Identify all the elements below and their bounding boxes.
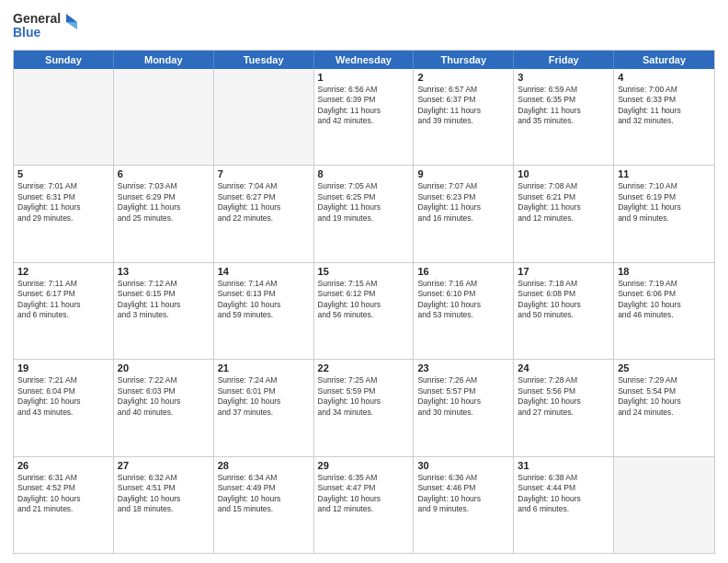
day-number: 12 [17, 266, 109, 277]
calendar-cell: 29Sunrise: 6:35 AM Sunset: 4:47 PM Dayli… [314, 457, 415, 553]
calendar-cell: 4Sunrise: 7:00 AM Sunset: 6:33 PM Daylig… [614, 69, 714, 165]
day-info: Sunrise: 6:32 AM Sunset: 4:51 PM Dayligh… [118, 473, 210, 515]
calendar-cell [114, 69, 214, 165]
day-info: Sunrise: 6:38 AM Sunset: 4:44 PM Dayligh… [518, 473, 609, 515]
day-info: Sunrise: 6:31 AM Sunset: 4:52 PM Dayligh… [17, 473, 109, 515]
day-number: 25 [618, 362, 711, 373]
calendar-cell: 21Sunrise: 7:24 AM Sunset: 6:01 PM Dayli… [214, 360, 314, 455]
day-number: 4 [618, 72, 711, 83]
calendar-cell: 25Sunrise: 7:29 AM Sunset: 5:54 PM Dayli… [614, 360, 714, 455]
calendar-cell: 13Sunrise: 7:12 AM Sunset: 6:15 PM Dayli… [114, 263, 214, 359]
day-info: Sunrise: 7:26 AM Sunset: 5:57 PM Dayligh… [417, 375, 509, 418]
day-info: Sunrise: 7:15 AM Sunset: 6:12 PM Dayligh… [318, 279, 410, 321]
day-info: Sunrise: 7:00 AM Sunset: 6:33 PM Dayligh… [618, 85, 711, 127]
day-info: Sunrise: 7:08 AM Sunset: 6:21 PM Dayligh… [518, 181, 609, 224]
day-header-thursday: Thursday [414, 51, 514, 69]
calendar-cell: 6Sunrise: 7:03 AM Sunset: 6:29 PM Daylig… [114, 166, 214, 261]
day-number: 11 [618, 168, 711, 179]
day-number: 26 [17, 460, 109, 471]
day-info: Sunrise: 6:36 AM Sunset: 4:46 PM Dayligh… [417, 473, 509, 515]
calendar-cell: 8Sunrise: 7:05 AM Sunset: 6:25 PM Daylig… [314, 166, 415, 261]
day-number: 6 [118, 168, 210, 179]
day-info: Sunrise: 6:35 AM Sunset: 4:47 PM Dayligh… [318, 473, 410, 515]
day-info: Sunrise: 6:59 AM Sunset: 6:35 PM Dayligh… [518, 85, 609, 127]
day-number: 14 [218, 266, 310, 277]
calendar-week-3: 12Sunrise: 7:11 AM Sunset: 6:17 PM Dayli… [14, 262, 714, 359]
day-info: Sunrise: 6:34 AM Sunset: 4:49 PM Dayligh… [218, 473, 310, 515]
calendar-week-1: 1Sunrise: 6:56 AM Sunset: 6:39 PM Daylig… [14, 69, 714, 165]
calendar-cell: 14Sunrise: 7:14 AM Sunset: 6:13 PM Dayli… [214, 263, 314, 359]
svg-marker-2 [66, 14, 77, 22]
calendar-cell: 20Sunrise: 7:22 AM Sunset: 6:03 PM Dayli… [114, 360, 214, 455]
calendar-cell: 18Sunrise: 7:19 AM Sunset: 6:06 PM Dayli… [614, 263, 714, 359]
calendar-header: SundayMondayTuesdayWednesdayThursdayFrid… [14, 51, 714, 69]
svg-marker-3 [66, 22, 77, 29]
calendar-cell: 16Sunrise: 7:16 AM Sunset: 6:10 PM Dayli… [414, 263, 514, 359]
day-header-monday: Monday [114, 51, 214, 69]
calendar-cell: 23Sunrise: 7:26 AM Sunset: 5:57 PM Dayli… [414, 360, 514, 455]
calendar: SundayMondayTuesdayWednesdayThursdayFrid… [13, 50, 715, 554]
day-info: Sunrise: 7:04 AM Sunset: 6:27 PM Dayligh… [218, 181, 310, 224]
calendar-cell: 5Sunrise: 7:01 AM Sunset: 6:31 PM Daylig… [14, 166, 114, 261]
day-info: Sunrise: 7:28 AM Sunset: 5:56 PM Dayligh… [518, 375, 609, 418]
calendar-cell [214, 69, 314, 165]
day-header-wednesday: Wednesday [314, 51, 415, 69]
day-number: 22 [318, 362, 410, 373]
day-number: 19 [17, 362, 109, 373]
day-info: Sunrise: 7:07 AM Sunset: 6:23 PM Dayligh… [417, 181, 509, 224]
page-container: GeneralBlue SundayMondayTuesdayWednesday… [0, 0, 728, 563]
day-number: 23 [417, 362, 509, 373]
calendar-cell: 2Sunrise: 6:57 AM Sunset: 6:37 PM Daylig… [414, 69, 514, 165]
svg-text:Blue: Blue [13, 25, 41, 40]
day-number: 24 [518, 362, 609, 373]
day-info: Sunrise: 6:56 AM Sunset: 6:39 PM Dayligh… [318, 85, 410, 127]
calendar-cell: 31Sunrise: 6:38 AM Sunset: 4:44 PM Dayli… [514, 457, 614, 553]
calendar-cell: 11Sunrise: 7:10 AM Sunset: 6:19 PM Dayli… [614, 166, 714, 261]
day-header-tuesday: Tuesday [214, 51, 314, 69]
calendar-cell [14, 69, 114, 165]
calendar-cell: 12Sunrise: 7:11 AM Sunset: 6:17 PM Dayli… [14, 263, 114, 359]
day-header-saturday: Saturday [614, 51, 714, 69]
day-number: 20 [118, 362, 210, 373]
day-number: 31 [518, 460, 609, 471]
day-number: 3 [518, 72, 609, 83]
day-info: Sunrise: 7:22 AM Sunset: 6:03 PM Dayligh… [118, 375, 210, 418]
day-number: 10 [518, 168, 609, 179]
calendar-week-2: 5Sunrise: 7:01 AM Sunset: 6:31 PM Daylig… [14, 165, 714, 261]
day-number: 18 [618, 266, 711, 277]
calendar-cell: 27Sunrise: 6:32 AM Sunset: 4:51 PM Dayli… [114, 457, 214, 553]
page-header: GeneralBlue [13, 9, 715, 42]
day-info: Sunrise: 7:11 AM Sunset: 6:17 PM Dayligh… [17, 279, 109, 321]
calendar-cell: 24Sunrise: 7:28 AM Sunset: 5:56 PM Dayli… [514, 360, 614, 455]
day-info: Sunrise: 7:03 AM Sunset: 6:29 PM Dayligh… [118, 181, 210, 224]
calendar-cell: 17Sunrise: 7:18 AM Sunset: 6:08 PM Dayli… [514, 263, 614, 359]
day-info: Sunrise: 7:16 AM Sunset: 6:10 PM Dayligh… [417, 279, 509, 321]
day-number: 2 [417, 72, 509, 83]
day-info: Sunrise: 7:19 AM Sunset: 6:06 PM Dayligh… [618, 279, 711, 321]
calendar-cell: 1Sunrise: 6:56 AM Sunset: 6:39 PM Daylig… [314, 69, 415, 165]
day-number: 30 [417, 460, 509, 471]
svg-text:General: General [13, 11, 61, 26]
logo-svg: GeneralBlue [13, 9, 86, 42]
calendar-week-5: 26Sunrise: 6:31 AM Sunset: 4:52 PM Dayli… [14, 456, 714, 553]
calendar-cell: 30Sunrise: 6:36 AM Sunset: 4:46 PM Dayli… [414, 457, 514, 553]
calendar-cell: 7Sunrise: 7:04 AM Sunset: 6:27 PM Daylig… [214, 166, 314, 261]
day-info: Sunrise: 7:18 AM Sunset: 6:08 PM Dayligh… [518, 279, 609, 321]
calendar-cell: 9Sunrise: 7:07 AM Sunset: 6:23 PM Daylig… [414, 166, 514, 261]
calendar-cell: 19Sunrise: 7:21 AM Sunset: 6:04 PM Dayli… [14, 360, 114, 455]
day-info: Sunrise: 7:14 AM Sunset: 6:13 PM Dayligh… [218, 279, 310, 321]
calendar-cell: 26Sunrise: 6:31 AM Sunset: 4:52 PM Dayli… [14, 457, 114, 553]
day-info: Sunrise: 7:01 AM Sunset: 6:31 PM Dayligh… [17, 181, 109, 224]
day-number: 5 [17, 168, 109, 179]
day-info: Sunrise: 7:25 AM Sunset: 5:59 PM Dayligh… [318, 375, 410, 418]
day-header-friday: Friday [514, 51, 614, 69]
logo: GeneralBlue [13, 9, 86, 42]
calendar-cell: 15Sunrise: 7:15 AM Sunset: 6:12 PM Dayli… [314, 263, 415, 359]
day-number: 16 [417, 266, 509, 277]
day-info: Sunrise: 7:21 AM Sunset: 6:04 PM Dayligh… [17, 375, 109, 418]
calendar-cell: 22Sunrise: 7:25 AM Sunset: 5:59 PM Dayli… [314, 360, 415, 455]
day-info: Sunrise: 7:29 AM Sunset: 5:54 PM Dayligh… [618, 375, 711, 418]
day-header-sunday: Sunday [14, 51, 114, 69]
day-info: Sunrise: 7:24 AM Sunset: 6:01 PM Dayligh… [218, 375, 310, 418]
calendar-cell [614, 457, 714, 553]
